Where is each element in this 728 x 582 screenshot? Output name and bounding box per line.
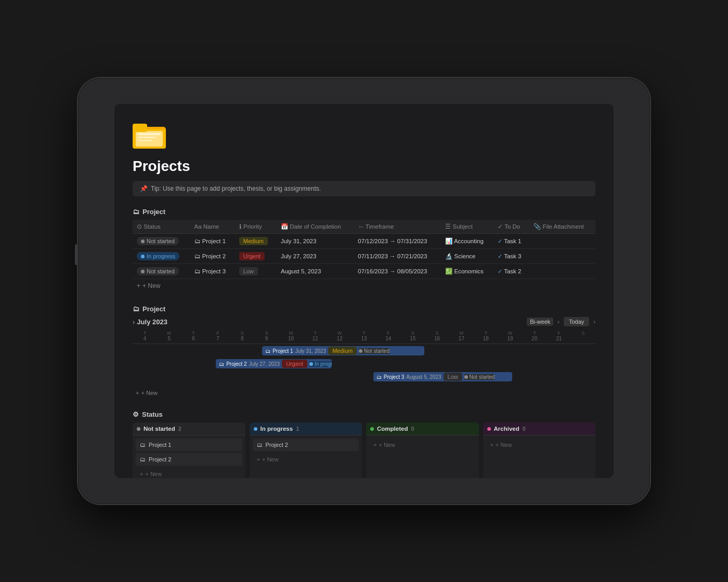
timeframe-col-icon: ↔ (358, 223, 364, 230)
timeline-dates-row: T4W5T6F7S8S9M10T11W12T13F14S15S16M17T18W… (133, 330, 595, 344)
table-row-1: Not started 🗂 Project 1 Medium July 31, … (133, 234, 595, 249)
timeline-date-cell: S8 (230, 330, 254, 341)
bar3-priority: Low (444, 373, 462, 381)
kanban-col-label-completed: Completed (377, 426, 408, 432)
cell-subject-1: 📊 Accounting (441, 234, 493, 249)
kanban-col-body-archived: + + New (483, 435, 596, 461)
cell-date-1: July 31, 2023 (277, 234, 354, 249)
kanban-add-completed[interactable]: + + New (369, 439, 476, 451)
col-status: ⊙ Status (133, 220, 190, 234)
timeline-controls-bar: › July 2023 Bi-week ‹ Today › (133, 317, 595, 326)
timeline-date-cell: F7 (206, 330, 230, 341)
timeline-section-header: 🗂 Project (133, 305, 595, 313)
biweek-select[interactable]: Bi-week (527, 318, 553, 326)
kanban-col-completed: Completed 0 + + New (366, 422, 479, 478)
cell-timeframe-1: 07/12/2023 → 07/31/2023 (354, 234, 441, 249)
plus-icon: + (140, 471, 143, 477)
kanban-col-not-started: Not started 2 🗂 Project 1 🗂 Project 2 + … (133, 422, 245, 478)
timeline-date-cell: F14 (376, 330, 400, 341)
priority-col-icon: ℹ (239, 223, 242, 230)
table-row-2: In progress 🗂 Project 2 Urgent July 27, … (133, 249, 595, 264)
check-icon-1: ✓ (498, 238, 502, 244)
kanban-columns: Not started 2 🗂 Project 1 🗂 Project 2 + … (133, 422, 595, 478)
status-badge-1: Not started (137, 237, 179, 245)
side-button (75, 244, 78, 265)
page-title: Projects (133, 158, 595, 175)
col-name: Aa Name (190, 220, 235, 234)
kanban-add-archived[interactable]: + + New (486, 439, 593, 451)
timeline-add-new[interactable]: + + New (133, 388, 595, 398)
kanban-count-archived: 0 (523, 426, 526, 432)
kanban-col-archived: Archived 0 + + New (483, 422, 596, 478)
timeline-date-cell: T20 (523, 330, 547, 341)
cell-name-2: 🗂 Project 2 (190, 249, 235, 264)
ipad-frame: Projects 📌 Tip: Use this page to add pro… (78, 78, 650, 504)
cell-status-2: In progress (133, 249, 190, 264)
cell-status-1: Not started (133, 234, 190, 249)
bar2-date: July 27, 2023 (249, 361, 280, 367)
projects-table: ⊙ Status Aa Name ℹ Priority 📅 Date of Co… (133, 220, 595, 279)
kanban-col-header-in-progress: In progress 1 (250, 422, 362, 435)
status-col-icon: ⊙ (137, 223, 142, 230)
col-subject: ☰ Subject (441, 220, 493, 234)
timeline-bar-project2: 🗂 Project 2 July 27, 2023 Urgent In prog… (216, 359, 332, 368)
chevron-right-nav[interactable]: › (593, 319, 595, 325)
timeline-section-label: Project (142, 305, 165, 313)
timeline-icon: 🗂 (133, 305, 139, 313)
table-section: 🗂 Project ⊙ Status Aa Name ℹ Priority (133, 208, 595, 293)
kanban-col-body-completed: + + New (366, 435, 479, 461)
table-row-3: Not started 🗂 Project 3 Low August 5, 20… (133, 264, 595, 279)
timeline-date-cell: W19 (498, 330, 523, 341)
timeline-section: 🗂 Project › July 2023 Bi-week ‹ Today › (133, 305, 595, 398)
status-dot-3 (141, 270, 145, 273)
card-icon: 🗂 (140, 456, 146, 462)
kanban-dot-archived (487, 427, 491, 431)
col-timeframe: ↔ Timeframe (354, 220, 441, 234)
kanban-card-0-1: 🗂 Project 2 (136, 453, 242, 466)
timeline-date-cell: F21 (547, 330, 571, 341)
svg-rect-4 (138, 133, 161, 135)
check-icon-2: ✓ (498, 253, 502, 259)
today-button[interactable]: Today (564, 317, 589, 326)
svg-rect-6 (138, 140, 152, 141)
kanban-dot-not-started (137, 427, 140, 431)
folder-icon (133, 120, 595, 151)
chevron-left-nav[interactable]: ‹ (557, 319, 560, 325)
cell-timeframe-3: 07/16/2023 → 08/05/2023 (354, 264, 441, 279)
timeline-date-cell: M10 (279, 330, 303, 341)
bar2-status: In progress (309, 361, 332, 367)
priority-badge-2: Urgent (239, 252, 265, 260)
cell-todo-1: ✓ Task 1 (493, 234, 529, 249)
table-add-new[interactable]: + + New (133, 279, 595, 293)
kanban-add-in-progress[interactable]: + + New (253, 453, 359, 466)
bar1-date: July 31, 2023 (295, 348, 327, 354)
bar1-status-dot (359, 349, 362, 353)
kanban-add-not-started[interactable]: + + New (136, 468, 242, 478)
cell-priority-2: Urgent (235, 249, 277, 264)
status-dot-1 (141, 240, 145, 243)
subject-col-icon: ☰ (445, 223, 451, 230)
timeline-row-project3: 🗂 Project 3 August 5, 2023 Low Not start… (133, 372, 595, 383)
timeline-date-cell: T18 (474, 330, 498, 341)
cell-status-3: Not started (133, 264, 190, 279)
priority-badge-3: Low (239, 267, 258, 275)
timeline-bar-project3: 🗂 Project 3 August 5, 2023 Low Not start… (373, 372, 512, 381)
col-todo: ✓ To Do (493, 220, 529, 234)
attachment-col-icon: 📎 (534, 223, 541, 230)
timeline-month: › July 2023 (133, 318, 167, 326)
bar2-icon: 🗂 (219, 361, 224, 367)
plus-icon: + (136, 390, 139, 396)
tip-banner: 📌 Tip: Use this page to add projects, th… (133, 181, 595, 196)
timeline-row-project2: 🗂 Project 2 July 27, 2023 Urgent In prog… (133, 359, 595, 371)
pin-icon: 📌 (140, 185, 148, 192)
timeline-date-cell: M17 (449, 330, 474, 341)
timeline-date-cell: W5 (157, 330, 181, 341)
tip-text: Tip: Use this page to add projects, thes… (151, 185, 321, 192)
kanban-icon: ⚙ (133, 411, 139, 418)
table-section-header: 🗂 Project (133, 208, 595, 216)
card-name: Project 1 (149, 442, 171, 448)
timeline-date-cell: T4 (133, 330, 157, 341)
card-name: Project 2 (266, 442, 288, 448)
kanban-card-0-0: 🗂 Project 1 (136, 439, 242, 451)
bar1-priority: Medium (328, 347, 357, 355)
